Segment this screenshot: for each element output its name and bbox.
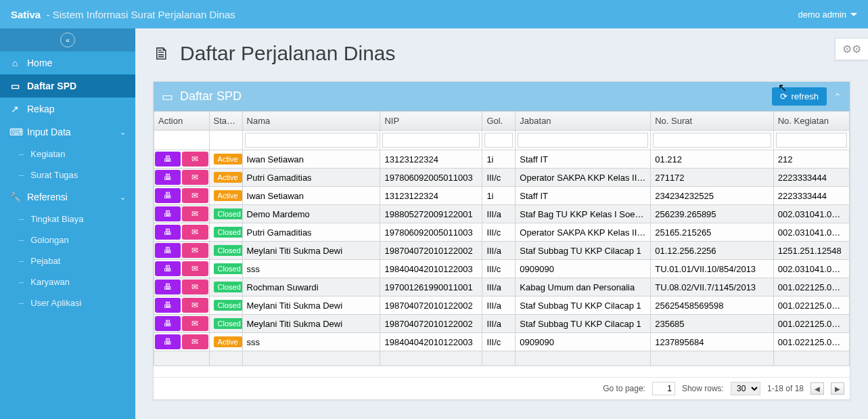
horizontal-scrollbar[interactable] [154,366,850,377]
panel-daftar-spd: ▭ Daftar SPD ⟳ refresh ⌃ [153,81,850,400]
sidebar-subitem-surat-tugas[interactable]: –Surat Tugas [0,164,135,185]
sidebar-subitem-user-aplikasi[interactable]: –User Aplikasi [0,292,135,313]
mail-button[interactable]: ✉ [182,316,208,331]
sidebar-item-referensi[interactable]: 🔧 Referensi ⌄ [0,185,135,208]
nip-cell: 197806092005011003 [380,223,482,242]
sidebar-item-daftar-spd[interactable]: ▭ Daftar SPD [0,74,135,97]
filter-nokeg[interactable] [776,133,847,148]
filter-nosurat[interactable] [653,133,771,148]
sidebar-subitem-tingkat-biaya[interactable]: –Tingkat Biaya [0,208,135,229]
col-nip[interactable]: NIP [380,112,482,131]
sidebar-subitem-kegiatan[interactable]: –Kegiatan [0,144,135,164]
jabatan-cell: Staf Bag TU KKP Kelas I Soekam... [516,205,651,223]
print-button[interactable]: 🖶 [155,225,181,240]
table-row[interactable]: 🖶✉ClosedMeylani Titi Sukma Dewi198704072… [154,315,850,333]
table-row[interactable]: 🖶✉ClosedDemo Mardemo198805272009122001II… [154,205,850,223]
print-button[interactable]: 🖶 [155,188,181,203]
table-row[interactable]: 🖶✉ActiveIwan Setiawan131231223241iStaff … [154,150,850,169]
print-button[interactable]: 🖶 [155,334,181,349]
table-row[interactable]: 🖶✉Closedsss198404042010122003III/c090909… [154,260,850,278]
nokeg-cell: 2223333444 [773,187,849,205]
nama-cell: Meylani Titi Sukma Dewi [242,242,380,260]
print-icon: 🖶 [164,173,172,182]
col-status[interactable]: Status [209,112,242,131]
table-row[interactable]: 🖶✉ActivePutri Gamaditias1978060920050110… [154,169,850,187]
mail-button[interactable]: ✉ [182,261,208,276]
sidebar-item-input-data[interactable]: ⌨ Input Data ⌄ [0,120,135,144]
mail-button[interactable]: ✉ [182,188,208,203]
jabatan-cell: 0909090 [516,333,651,351]
user-menu[interactable]: demo admin [798,9,857,20]
collapse-panel-button[interactable]: ⌃ [833,91,842,102]
gol-cell: III/a [482,278,516,296]
page-next-button[interactable]: ▶ [831,382,844,395]
print-button[interactable]: 🖶 [155,261,181,276]
refresh-button[interactable]: ⟳ refresh [772,87,827,106]
nokeg-cell: 001.022125.0122 [773,296,849,315]
table-filter-row [154,131,850,150]
table-row[interactable]: 🖶✉ActiveIwan Setiawan131231223241iStaff … [154,187,850,205]
col-nosurat[interactable]: No. Surat [651,112,774,131]
mail-button[interactable]: ✉ [182,334,208,349]
filter-nama[interactable] [245,133,378,148]
mail-button[interactable]: ✉ [182,225,208,240]
keyboard-icon: ⌨ [9,127,20,137]
print-button[interactable]: 🖶 [155,316,181,331]
filter-nip[interactable] [382,133,480,148]
table-row[interactable]: 🖶✉ClosedRochman Suwardi19700126199001100… [154,278,850,296]
table-row[interactable]: 🖶✉ClosedPutri Gamaditias1978060920050110… [154,223,850,242]
nip-cell: 197806092005011003 [380,169,482,187]
action-cell: 🖶✉ [154,242,210,260]
status-cell: Closed [209,315,242,333]
settings-gear-button[interactable]: ⚙⚙ [835,38,868,60]
action-cell: 🖶✉ [154,187,210,205]
sidebar-item-rekap[interactable]: ↗ Rekap [0,97,135,120]
goto-page-input[interactable] [652,382,675,395]
table-row[interactable]: 🖶✉ClosedMeylani Titi Sukma Dewi198704072… [154,242,850,260]
sidebar-item-home[interactable]: ⌂ Home [0,51,135,74]
print-button[interactable]: 🖶 [155,170,181,185]
col-gol[interactable]: Gol. [482,112,516,131]
sidebar-subitem-pejabat[interactable]: –Pejabat [0,250,135,271]
nama-cell: Meylani Titi Sukma Dewi [242,296,380,315]
filter-jabatan[interactable] [518,133,648,148]
filter-gol[interactable] [484,133,513,148]
mail-button[interactable]: ✉ [182,280,208,294]
col-nama[interactable]: Nama [242,112,380,131]
page-prev-button[interactable]: ◀ [810,382,824,395]
col-action[interactable]: Action [154,112,210,131]
print-button[interactable]: 🖶 [155,280,181,294]
mail-button[interactable]: ✉ [182,152,208,167]
status-badge: Closed [214,282,242,292]
sidebar-subitem-golongan[interactable]: –Golongan [0,229,135,250]
print-button[interactable]: 🖶 [155,152,181,167]
mail-button[interactable]: ✉ [182,243,208,258]
status-badge: Active [214,336,242,347]
brand-subtitle: Sistem Informasi Surat Perjalanan Dinas [53,9,235,20]
sidebar-subitem-karyawan[interactable]: –Karyawan [0,271,135,292]
table-row[interactable]: 🖶✉Activesss198404042010122003III/c090909… [154,333,850,351]
status-badge: Closed [214,263,242,274]
mail-icon: ✉ [191,319,198,328]
print-button[interactable]: 🖶 [155,206,181,221]
show-rows-label: Show rows: [682,384,724,393]
main-content: ⚙⚙ ↖ 🗎 Daftar Perjalanan Dinas ▭ Daftar … [135,28,868,419]
mail-icon: ✉ [191,227,198,237]
sidebar-collapse-bar: « [0,28,135,51]
gol-cell: 1i [482,187,516,205]
mail-button[interactable]: ✉ [182,298,208,313]
nosurat-cell: TU.08.02/VII.7/1145/2013 [651,278,774,296]
col-jabatan[interactable]: Jabatan [516,112,651,131]
jabatan-cell: Staff IT [516,187,651,205]
print-button[interactable]: 🖶 [155,298,181,313]
sidebar-collapse-button[interactable]: « [60,32,75,47]
table-row[interactable]: 🖶✉ClosedMeylani Titi Sukma Dewi198704072… [154,296,850,315]
page-title: 🗎 Daftar Perjalanan Dinas [153,42,850,65]
mail-button[interactable]: ✉ [182,206,208,221]
show-rows-select[interactable]: 30 [731,382,760,395]
mail-button[interactable]: ✉ [182,170,208,185]
print-button[interactable]: 🖶 [155,243,181,258]
mail-icon: ✉ [191,264,198,273]
nama-cell: sss [242,260,380,278]
col-nokeg[interactable]: No. Kegiatan [773,112,849,131]
